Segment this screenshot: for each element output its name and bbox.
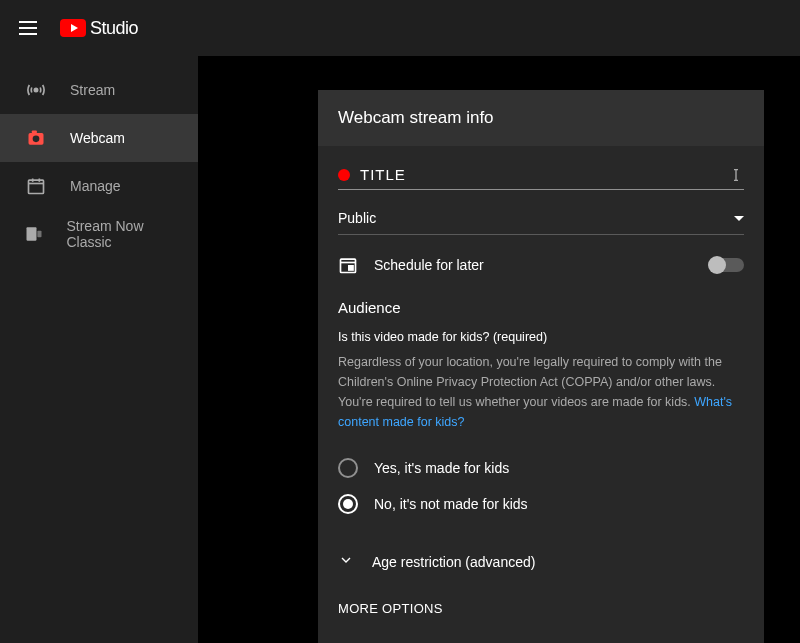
stream-icon [24, 78, 48, 102]
made-for-kids-radio-group: Yes, it's made for kids No, it's not mad… [338, 450, 744, 522]
calendar-event-icon [338, 255, 358, 275]
sidebar-item-label: Stream Now Classic [66, 218, 174, 250]
radio-yes-made-for-kids[interactable]: Yes, it's made for kids [338, 450, 744, 486]
youtube-play-icon [60, 19, 86, 37]
app-header: Studio [0, 0, 800, 56]
brand-text: Studio [90, 18, 138, 39]
more-options-button[interactable]: MORE OPTIONS [338, 591, 744, 640]
visibility-value: Public [338, 210, 376, 226]
age-restriction-label: Age restriction (advanced) [372, 554, 535, 570]
menu-icon[interactable] [16, 16, 40, 40]
record-dot-icon [338, 169, 350, 181]
radio-icon [338, 494, 358, 514]
sidebar-item-webcam[interactable]: Webcam [0, 114, 198, 162]
classic-stream-icon [24, 222, 44, 246]
toggle-knob [708, 256, 726, 274]
svg-rect-8 [27, 227, 37, 240]
svg-rect-3 [32, 131, 37, 134]
sidebar-item-manage[interactable]: Manage [0, 162, 198, 210]
sidebar: Stream Webcam Manage Stream Now Classic [0, 56, 198, 643]
schedule-for-later-row: Schedule for later [338, 255, 744, 275]
audience-disclaimer: Regardless of your location, you're lega… [338, 352, 744, 432]
visibility-dropdown[interactable]: Public [338, 210, 744, 235]
sidebar-item-label: Webcam [70, 130, 125, 146]
radio-icon [338, 458, 358, 478]
age-restriction-expander[interactable]: Age restriction (advanced) [338, 540, 744, 591]
webcam-stream-info-dialog: Webcam stream info Public [318, 90, 764, 643]
audience-question: Is this video made for kids? (required) [338, 330, 744, 344]
radio-label: No, it's not made for kids [374, 496, 528, 512]
chevron-down-icon [338, 552, 354, 571]
calendar-icon [24, 174, 48, 198]
svg-rect-4 [29, 180, 44, 193]
stream-title-input[interactable] [360, 166, 724, 183]
schedule-label: Schedule for later [374, 257, 710, 273]
youtube-studio-logo[interactable]: Studio [60, 18, 138, 39]
title-field-row[interactable] [338, 166, 744, 190]
radio-no-not-for-kids[interactable]: No, it's not made for kids [338, 486, 744, 522]
chevron-down-icon [734, 216, 744, 221]
sidebar-item-label: Manage [70, 178, 121, 194]
text-cursor-icon [728, 167, 744, 183]
main-content: Webcam stream info Public [198, 56, 800, 643]
svg-rect-9 [38, 231, 42, 238]
sidebar-item-stream-now-classic[interactable]: Stream Now Classic [0, 210, 198, 258]
schedule-toggle[interactable] [710, 258, 744, 272]
sidebar-item-label: Stream [70, 82, 115, 98]
svg-point-0 [34, 88, 37, 91]
audience-heading: Audience [338, 299, 744, 316]
svg-point-2 [33, 136, 40, 143]
svg-rect-12 [349, 266, 353, 270]
camera-icon [24, 126, 48, 150]
sidebar-item-stream[interactable]: Stream [0, 66, 198, 114]
radio-label: Yes, it's made for kids [374, 460, 509, 476]
dialog-title: Webcam stream info [318, 90, 764, 146]
